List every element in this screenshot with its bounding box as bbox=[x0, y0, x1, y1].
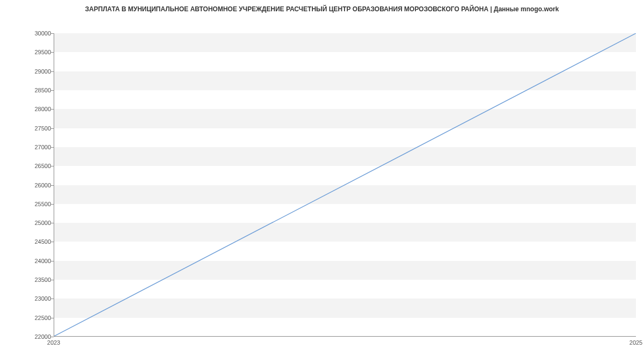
y-axis-tick-mark bbox=[51, 318, 54, 318]
y-axis-tick-mark bbox=[51, 166, 54, 166]
chart-title: ЗАРПЛАТА В МУНИЦИПАЛЬНОЕ АВТОНОМНОЕ УЧРЕ… bbox=[0, 0, 644, 17]
chart-line bbox=[54, 33, 636, 336]
y-axis-tick-label: 30000 bbox=[30, 30, 51, 37]
x-axis-tick-label: 2025 bbox=[630, 339, 642, 346]
y-axis-tick-mark bbox=[51, 280, 54, 280]
y-axis-tick-mark bbox=[51, 109, 54, 110]
y-axis-tick-label: 25500 bbox=[30, 201, 51, 207]
chart-container: 2200022500230002350024000245002500025500… bbox=[0, 17, 644, 349]
y-axis-tick-label: 26000 bbox=[30, 182, 51, 188]
y-axis-tick-label: 29000 bbox=[30, 68, 51, 75]
plot-area bbox=[54, 33, 636, 337]
y-axis-tick-mark bbox=[51, 204, 54, 205]
y-axis-tick-label: 24000 bbox=[30, 258, 51, 264]
svg-line-0 bbox=[54, 33, 636, 336]
y-axis-tick-label: 27000 bbox=[30, 144, 51, 150]
y-axis-tick-mark bbox=[51, 128, 54, 129]
y-axis-tick-label: 23000 bbox=[30, 295, 51, 302]
y-axis-tick-label: 29500 bbox=[30, 49, 51, 55]
y-axis-tick-label: 22500 bbox=[30, 315, 51, 321]
y-axis-tick-mark bbox=[51, 90, 54, 91]
y-axis-tick-mark bbox=[51, 223, 54, 223]
y-axis-tick-label: 27500 bbox=[30, 125, 51, 132]
y-axis-tick-label: 28000 bbox=[30, 106, 51, 112]
y-axis-tick-mark bbox=[51, 33, 54, 34]
y-axis-tick-mark bbox=[51, 147, 54, 148]
y-axis-tick-mark bbox=[51, 52, 54, 53]
y-axis-tick-label: 24500 bbox=[30, 238, 51, 245]
y-axis-tick-label: 25000 bbox=[30, 220, 51, 226]
y-axis-tick-mark bbox=[51, 299, 54, 299]
y-axis-tick-mark bbox=[51, 337, 54, 337]
y-axis-tick-label: 28500 bbox=[30, 87, 51, 93]
y-axis-tick-label: 26500 bbox=[30, 163, 51, 169]
y-axis-tick-label: 23500 bbox=[30, 277, 51, 283]
y-axis-tick-mark bbox=[51, 71, 54, 72]
y-axis-tick-mark bbox=[51, 261, 54, 261]
y-axis-tick-mark bbox=[51, 185, 54, 186]
y-axis-tick-mark bbox=[51, 242, 54, 242]
x-axis-tick-label: 2023 bbox=[47, 339, 60, 346]
